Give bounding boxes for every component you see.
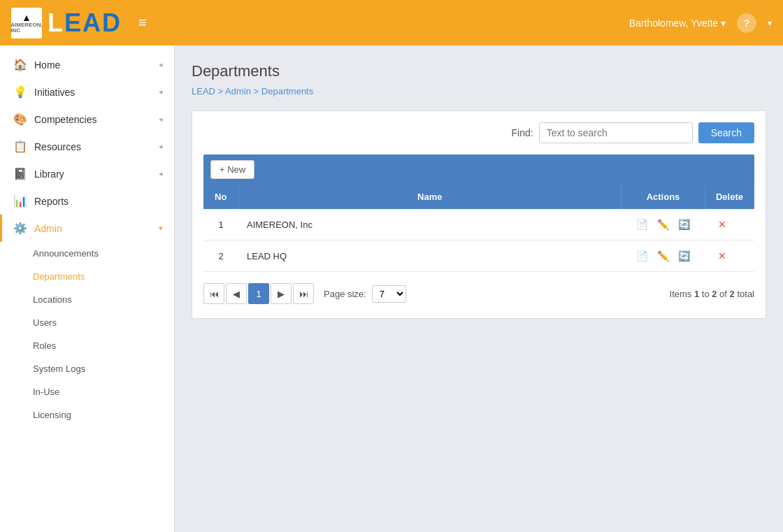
sidebar-item-resources[interactable]: 📋 Resources ◂ xyxy=(0,133,174,160)
cell-name: AIMEREON, Inc xyxy=(238,209,622,240)
sidebar-item-reports[interactable]: 📊 Reports xyxy=(0,187,174,215)
action-icons: 📄 ✏️ 🔄 xyxy=(630,247,697,264)
departments-table: No Name Actions Delete 1 AIMEREON, Inc 📄… xyxy=(203,185,754,272)
nav-items-container: 🏠 Home ◂ 💡 Initiatives ◂ 🎨 Competencies … xyxy=(0,51,174,242)
view-icon[interactable]: 📄 xyxy=(634,247,651,264)
competencies-icon: 🎨 xyxy=(13,113,27,126)
edit-icon[interactable]: ✏️ xyxy=(655,216,672,233)
nav-label-admin: Admin xyxy=(34,223,62,234)
table-header-row: No Name Actions Delete xyxy=(203,185,754,209)
delete-icon[interactable]: ✕ xyxy=(714,247,731,264)
breadcrumb-lead[interactable]: LEAD xyxy=(192,86,215,96)
logo-text: LEAD xyxy=(48,8,122,38)
submenu-item-system-logs[interactable]: System Logs xyxy=(0,357,174,380)
submenu-item-departments[interactable]: Departments xyxy=(0,265,174,288)
nav-arrow-admin: ▾ xyxy=(159,224,163,233)
nav-arrow-home: ◂ xyxy=(159,60,163,69)
nav-arrow-initiatives: ◂ xyxy=(159,87,163,96)
sidebar-item-home[interactable]: 🏠 Home ◂ xyxy=(0,51,174,78)
search-input[interactable] xyxy=(539,122,693,143)
col-header-actions: Actions xyxy=(622,185,705,209)
delete-icon[interactable]: ✕ xyxy=(714,216,731,233)
action-icons: 📄 ✏️ 🔄 xyxy=(630,216,697,233)
hamburger-icon[interactable]: ≡ xyxy=(138,15,147,31)
pagination-bar: ⏮ ◀ 1 ▶ ⏭ Page size: 7 10 25 50 Items 1 … xyxy=(203,280,754,307)
page-next-button[interactable]: ▶ xyxy=(271,283,292,304)
logo-d: D xyxy=(102,8,122,38)
submenu-item-licensing[interactable]: Licensing xyxy=(0,403,174,426)
breadcrumb: LEAD > Admin > Departments xyxy=(192,86,766,96)
logo-l: L xyxy=(48,8,64,38)
logo-sub: AIMEREON, INC xyxy=(10,22,42,34)
submenu-item-announcements[interactable]: Announcements xyxy=(0,242,174,265)
nav-item-inner: 📓 Library xyxy=(13,167,64,180)
search-button[interactable]: Search xyxy=(698,122,754,143)
page-prev-button[interactable]: ◀ xyxy=(226,283,247,304)
header-right: Bartholomew, Yvette ? ▾ xyxy=(629,13,772,33)
view-icon[interactable]: 📄 xyxy=(634,216,651,233)
submenu-item-roles[interactable]: Roles xyxy=(0,334,174,357)
cell-name: LEAD HQ xyxy=(238,240,622,272)
nav-item-inner: ⚙️ Admin xyxy=(13,222,62,235)
nav-label-reports: Reports xyxy=(34,196,69,207)
submenu-container: AnnouncementsDepartmentsLocationsUsersRo… xyxy=(0,242,174,426)
edit-icon[interactable]: ✏️ xyxy=(655,247,672,264)
find-label: Find: xyxy=(512,127,533,138)
breadcrumb-sep2: > xyxy=(254,86,261,96)
col-header-name: Name xyxy=(238,185,622,209)
nav-item-inner: 🎨 Competencies xyxy=(13,113,97,126)
cell-actions: 📄 ✏️ 🔄 xyxy=(622,240,705,272)
sidebar-item-initiatives[interactable]: 💡 Initiatives ◂ xyxy=(0,78,174,106)
page-first-button[interactable]: ⏮ xyxy=(203,283,224,304)
nav-item-inner: 📋 Resources xyxy=(13,140,81,153)
refresh-icon[interactable]: 🔄 xyxy=(676,216,693,233)
nav-label-home: Home xyxy=(34,59,60,71)
user-name[interactable]: Bartholomew, Yvette xyxy=(629,17,726,29)
sidebar-item-competencies[interactable]: 🎨 Competencies ◂ xyxy=(0,106,174,133)
main-content: Departments LEAD > Admin > Departments F… xyxy=(175,45,783,532)
submenu-item-users[interactable]: Users xyxy=(0,311,174,334)
settings-arrow-icon[interactable]: ▾ xyxy=(768,18,772,28)
page-title: Departments xyxy=(192,62,766,80)
col-header-no: No xyxy=(203,185,238,209)
breadcrumb-departments[interactable]: Departments xyxy=(261,86,313,96)
logo-container: ▲ AIMEREON, INC LEAD xyxy=(11,8,122,38)
submenu-item-locations[interactable]: Locations xyxy=(0,288,174,311)
header-left: ▲ AIMEREON, INC LEAD ≡ xyxy=(11,8,147,38)
page-size-label: Page size: xyxy=(324,289,366,299)
nav-label-initiatives: Initiatives xyxy=(34,87,75,98)
table-row: 1 AIMEREON, Inc 📄 ✏️ 🔄 ✕ xyxy=(203,209,754,240)
page-size-select[interactable]: 7 10 25 50 xyxy=(372,285,406,303)
nav-item-inner: 📊 Reports xyxy=(13,194,69,208)
refresh-icon[interactable]: 🔄 xyxy=(676,247,693,264)
sidebar: 🏠 Home ◂ 💡 Initiatives ◂ 🎨 Competencies … xyxy=(0,45,175,532)
table-row: 2 LEAD HQ 📄 ✏️ 🔄 ✕ xyxy=(203,240,754,272)
nav-item-inner: 💡 Initiatives xyxy=(13,85,75,99)
sidebar-item-library[interactable]: 📓 Library ◂ xyxy=(0,160,174,187)
admin-icon: ⚙️ xyxy=(13,222,27,235)
pagination-left: ⏮ ◀ 1 ▶ ⏭ Page size: 7 10 25 50 xyxy=(203,283,406,304)
cell-delete: ✕ xyxy=(705,240,754,272)
help-button[interactable]: ? xyxy=(737,13,756,33)
pagination-total: Items 1 to 2 of 2 total xyxy=(670,289,754,299)
logo-icon: ▲ AIMEREON, INC xyxy=(11,8,42,38)
content-card: Find: Search + New No Name Actions Delet… xyxy=(192,110,766,319)
nav-label-competencies: Competencies xyxy=(34,114,97,125)
page-last-button[interactable]: ⏭ xyxy=(293,283,314,304)
search-bar: Find: Search xyxy=(203,122,754,143)
reports-icon: 📊 xyxy=(13,194,27,208)
initiatives-icon: 💡 xyxy=(13,85,27,99)
page-1-button[interactable]: 1 xyxy=(248,283,269,304)
new-button[interactable]: + New xyxy=(210,160,254,179)
submenu-item-in-use[interactable]: In-Use xyxy=(0,380,174,403)
nav-arrow-library: ◂ xyxy=(159,169,163,178)
table-body: 1 AIMEREON, Inc 📄 ✏️ 🔄 ✕ 2 LEAD HQ 📄 ✏️ … xyxy=(203,209,754,272)
breadcrumb-admin[interactable]: Admin xyxy=(225,86,251,96)
nav-label-resources: Resources xyxy=(34,141,81,152)
nav-arrow-resources: ◂ xyxy=(159,142,163,151)
nav-label-library: Library xyxy=(34,168,64,180)
cell-actions: 📄 ✏️ 🔄 xyxy=(622,209,705,240)
table-toolbar: + New xyxy=(203,154,754,185)
home-icon: 🏠 xyxy=(13,58,27,71)
sidebar-item-admin[interactable]: ⚙️ Admin ▾ xyxy=(0,215,174,242)
